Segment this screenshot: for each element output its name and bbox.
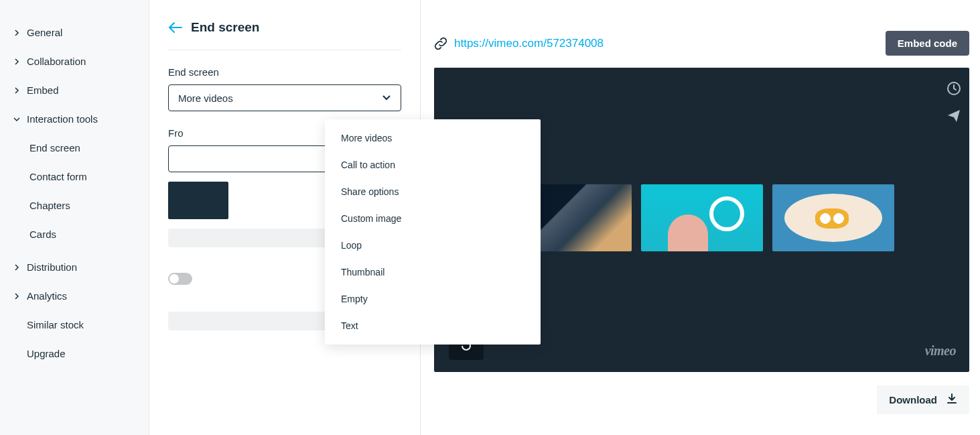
link-icon	[434, 37, 447, 50]
video-thumb[interactable]	[772, 184, 894, 251]
sidebar-item-general[interactable]: General	[0, 20, 149, 45]
watch-later-icon[interactable]	[947, 81, 961, 96]
sidebar-label: Embed	[27, 84, 59, 96]
download-button[interactable]: Download	[877, 385, 969, 414]
option-thumbnail[interactable]: Thumbnail	[325, 259, 541, 286]
settings-panel: End screen End screen More videos Fro Mo…	[149, 0, 421, 435]
download-row: Download	[434, 385, 969, 414]
sidebar-sub-end-screen[interactable]: End screen	[0, 135, 149, 160]
end-screen-select[interactable]: More videos	[168, 84, 401, 111]
sidebar-item-analytics[interactable]: Analytics	[0, 284, 149, 308]
embed-code-button[interactable]: Embed code	[886, 31, 969, 56]
vimeo-logo: vimeo	[925, 343, 956, 359]
settings-sidebar: General Collaboration Embed Interaction …	[0, 0, 149, 435]
chevron-down-icon	[382, 95, 391, 101]
option-custom-image[interactable]: Custom image	[325, 205, 541, 232]
end-screen-thumbnails	[510, 184, 894, 251]
panel-header: End screen	[168, 20, 401, 50]
chevron-down-icon	[13, 116, 23, 123]
video-url[interactable]: https://vimeo.com/572374008	[454, 37, 604, 50]
download-label: Download	[889, 394, 937, 406]
sidebar-sub-cards[interactable]: Cards	[0, 222, 149, 247]
sidebar-label: Interaction tools	[27, 113, 98, 125]
chevron-right-icon	[13, 87, 23, 94]
sidebar-item-interaction-tools[interactable]: Interaction tools	[0, 107, 149, 131]
sidebar-label: Analytics	[27, 290, 67, 302]
end-screen-field-label: End screen	[168, 66, 401, 78]
panel-title: End screen	[191, 20, 259, 35]
chevron-right-icon	[13, 264, 23, 271]
toggle-switch[interactable]	[168, 273, 192, 285]
end-screen-dropdown: More videos Call to action Share options…	[325, 119, 541, 345]
option-more-videos[interactable]: More videos	[325, 125, 541, 151]
sidebar-item-similar-stock[interactable]: Similar stock	[0, 312, 149, 337]
share-icon[interactable]	[947, 108, 961, 123]
sidebar-item-distribution[interactable]: Distribution	[0, 255, 149, 279]
video-url-wrap: https://vimeo.com/572374008	[434, 37, 604, 50]
chevron-right-icon	[13, 29, 23, 36]
sidebar-sub-chapters[interactable]: Chapters	[0, 193, 149, 218]
option-text[interactable]: Text	[325, 312, 541, 339]
back-arrow-icon[interactable]	[168, 21, 183, 34]
download-icon	[947, 393, 957, 406]
sidebar-label: Upgrade	[27, 348, 66, 359]
sidebar-label: General	[27, 27, 62, 38]
option-loop[interactable]: Loop	[325, 232, 541, 259]
sidebar-item-embed[interactable]: Embed	[0, 78, 149, 103]
chevron-right-icon	[13, 293, 23, 300]
sidebar-label: Collaboration	[27, 56, 86, 67]
sidebar-item-upgrade[interactable]: Upgrade	[0, 341, 149, 366]
thumb-preview[interactable]	[168, 182, 228, 219]
sidebar-label: Similar stock	[27, 319, 84, 330]
sidebar-item-collaboration[interactable]: Collaboration	[0, 49, 149, 74]
video-thumb[interactable]	[641, 184, 763, 251]
preview-header: https://vimeo.com/572374008 Embed code	[434, 13, 975, 62]
player-side-controls	[947, 81, 961, 123]
chevron-right-icon	[13, 58, 23, 65]
select-value: More videos	[178, 92, 233, 104]
sidebar-sub-contact-form[interactable]: Contact form	[0, 164, 149, 189]
sidebar-label: Distribution	[27, 261, 77, 273]
option-share-options[interactable]: Share options	[325, 178, 541, 205]
option-empty[interactable]: Empty	[325, 286, 541, 312]
option-call-to-action[interactable]: Call to action	[325, 151, 541, 178]
